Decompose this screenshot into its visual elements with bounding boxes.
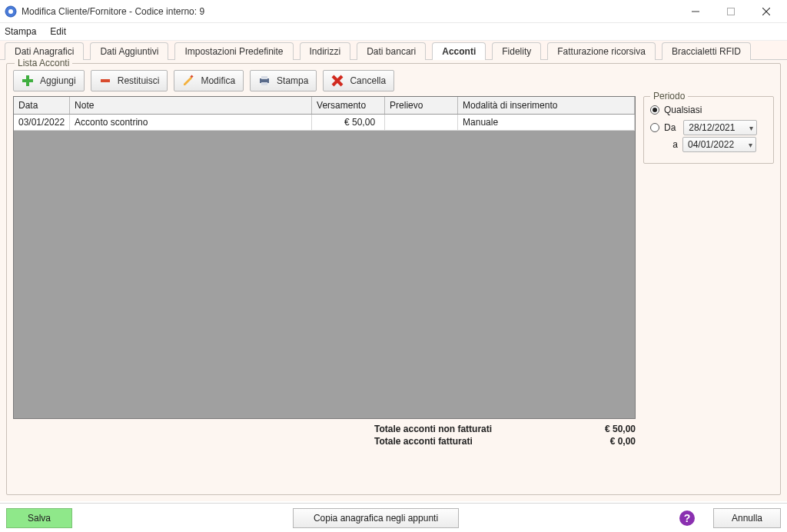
periodo-title: Periodo <box>650 91 688 101</box>
chevron-down-icon: ▾ <box>749 141 752 149</box>
left-column: Data Note Versamento Prelievo Modalità d… <box>13 96 636 447</box>
acconti-table-wrap: Data Note Versamento Prelievo Modalità d… <box>13 96 636 419</box>
svg-rect-8 <box>101 79 110 82</box>
date-from-field[interactable]: 28/12/2021 ▾ <box>683 120 757 135</box>
question-icon: ? <box>684 512 691 524</box>
acconti-toolbar: Aggiungi Restituisci Modifica Stampa <box>13 70 774 91</box>
date-to-row: a 04/01/2022 ▾ <box>664 137 767 152</box>
return-button-label: Restituisci <box>118 75 160 86</box>
x-icon <box>331 75 344 87</box>
footer-bar: Salva Copia anagrafica negli appunti ? A… <box>0 503 787 532</box>
main-row: Data Note Versamento Prelievo Modalità d… <box>13 96 774 447</box>
cell-modalita: Manuale <box>458 115 635 131</box>
tab-content: Lista Acconti Aggiungi Restituisci Modif… <box>0 60 787 501</box>
col-data-header[interactable]: Data <box>14 97 70 115</box>
radio-da-row[interactable]: Da 28/12/2021 ▾ <box>650 120 767 135</box>
total-fatturati-label: Totale acconti fatturati <box>374 436 473 447</box>
col-prelievo-header[interactable]: Prelievo <box>385 97 458 115</box>
printer-icon <box>258 75 271 87</box>
group-title: Lista Acconti <box>15 58 72 68</box>
date-to-value: 04/01/2022 <box>688 139 734 150</box>
tab-dati-aggiuntivi[interactable]: Dati Aggiuntivi <box>90 42 168 60</box>
tab-impostazioni[interactable]: Impostazioni Predefinite <box>174 42 293 60</box>
minimize-button[interactable] <box>678 0 713 22</box>
save-button-label: Salva <box>28 513 51 524</box>
radio-da-label: Da <box>664 122 676 133</box>
total-fatturati-row: Totale acconti fatturati € 0,00 <box>374 436 636 447</box>
menu-edit[interactable]: Edit <box>50 26 66 37</box>
table-header-row: Data Note Versamento Prelievo Modalità d… <box>14 97 635 115</box>
tab-acconti[interactable]: Acconti <box>432 42 486 60</box>
svg-rect-12 <box>261 76 267 79</box>
col-note-header[interactable]: Note <box>70 97 312 115</box>
acconti-table: Data Note Versamento Prelievo Modalità d… <box>14 97 635 131</box>
add-button-label: Aggiungi <box>40 75 76 86</box>
radio-da[interactable] <box>650 123 659 132</box>
save-button[interactable]: Salva <box>6 508 72 528</box>
window-controls <box>678 0 784 22</box>
cell-versamento: € 50,00 <box>312 115 385 131</box>
lista-acconti-group: Lista Acconti Aggiungi Restituisci Modif… <box>6 63 781 495</box>
print-button-label: Stampa <box>277 75 308 86</box>
svg-rect-3 <box>728 8 735 15</box>
total-fatturati-value: € 0,00 <box>610 436 636 447</box>
col-modalita-header[interactable]: Modalità di inserimento <box>458 97 635 115</box>
window-title: Modifica Cliente/Fornitore - Codice inte… <box>22 6 204 17</box>
add-button[interactable]: Aggiungi <box>13 70 85 91</box>
cell-versamento-value: € 50,00 <box>317 117 380 128</box>
pencil-icon <box>182 75 194 87</box>
cell-prelievo <box>385 115 458 131</box>
copy-anagrafica-label: Copia anagrafica negli appunti <box>314 513 438 524</box>
date-to-field[interactable]: 04/01/2022 ▾ <box>682 137 756 152</box>
total-non-fatturati-row: Totale acconti non fatturati € 50,00 <box>374 424 636 434</box>
cancel-button[interactable]: Annulla <box>713 508 781 528</box>
radio-qualsiasi-label: Qualsiasi <box>664 105 702 115</box>
close-button[interactable] <box>749 0 784 22</box>
return-button[interactable]: Restituisci <box>91 70 168 91</box>
tab-fidelity[interactable]: Fidelity <box>492 42 541 60</box>
total-non-fatturati-label: Totale acconti non fatturati <box>374 424 492 434</box>
tabstrip: Dati Anagrafici Dati Aggiuntivi Impostaz… <box>0 40 787 60</box>
edit-button[interactable]: Modifica <box>174 70 244 91</box>
svg-rect-13 <box>261 82 267 85</box>
tab-dati-bancari[interactable]: Dati bancari <box>357 42 426 60</box>
totals: Totale acconti non fatturati € 50,00 Tot… <box>13 424 636 447</box>
svg-marker-9 <box>184 77 192 85</box>
total-non-fatturati-value: € 50,00 <box>605 424 636 434</box>
date-from-value: 28/12/2021 <box>689 122 735 133</box>
right-column: Periodo Qualsiasi Da 28/12/2021 ▾ <box>643 96 774 447</box>
print-button[interactable]: Stampa <box>250 70 317 91</box>
maximize-button[interactable] <box>713 0 749 22</box>
delete-button-label: Cancella <box>350 75 386 86</box>
tab-braccialetti[interactable]: Braccialetti RFID <box>662 42 751 60</box>
tab-fatturazione[interactable]: Fatturazione ricorsiva <box>547 42 656 60</box>
window-titlebar: Modifica Cliente/Fornitore - Codice inte… <box>0 0 787 23</box>
edit-button-label: Modifica <box>201 75 235 86</box>
svg-point-1 <box>8 9 13 14</box>
date-to-label: a <box>664 139 678 150</box>
help-button[interactable]: ? <box>679 510 695 526</box>
add-icon <box>22 75 34 87</box>
cancel-button-label: Annulla <box>732 513 762 524</box>
menubar: Stampa Edit <box>0 23 787 40</box>
radio-qualsiasi[interactable] <box>650 105 659 115</box>
col-versamento-header[interactable]: Versamento <box>312 97 385 115</box>
tab-indirizzi[interactable]: Indirizzi <box>300 42 351 60</box>
minus-icon <box>99 75 111 87</box>
table-row[interactable]: 03/01/2022 Acconto scontrino € 50,00 Man… <box>14 115 635 131</box>
copy-anagrafica-button[interactable]: Copia anagrafica negli appunti <box>293 508 459 528</box>
chevron-down-icon: ▾ <box>749 124 753 132</box>
menu-stampa[interactable]: Stampa <box>5 26 36 37</box>
cell-note: Acconto scontrino <box>70 115 312 131</box>
cell-data: 03/01/2022 <box>14 115 70 131</box>
app-icon <box>5 5 17 18</box>
svg-rect-7 <box>22 79 33 82</box>
periodo-group: Periodo Qualsiasi Da 28/12/2021 ▾ <box>643 96 774 164</box>
radio-qualsiasi-row[interactable]: Qualsiasi <box>650 105 767 115</box>
delete-button[interactable]: Cancella <box>323 70 394 91</box>
table-empty-area <box>14 131 635 418</box>
